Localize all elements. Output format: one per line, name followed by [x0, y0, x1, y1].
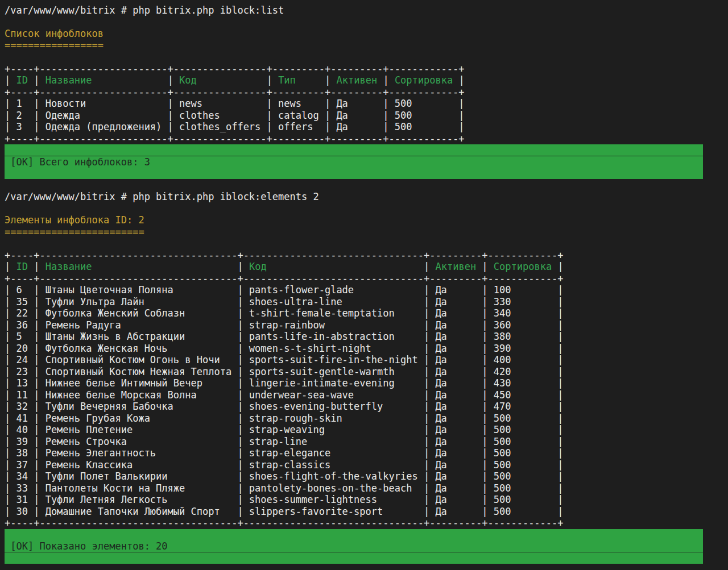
section-underline: ======================== — [5, 226, 144, 238]
table-row-text: | 2 | Одежда | clothes | catalog | Да | … — [5, 110, 465, 121]
banner-padding-bottom — [5, 168, 703, 179]
table-row-text: | 38 | Ремень Элегантность | strap-elega… — [5, 447, 564, 459]
banner-padding-bottom — [5, 552, 703, 564]
table-border-top: +----+----------------------------------… — [5, 249, 564, 261]
table-column-separator: | — [168, 74, 173, 86]
section-title-line: Элементы инфоблока ID: 2 — [5, 214, 728, 226]
table-row: | 2 | Одежда | clothes | catalog | Да | … — [5, 110, 728, 122]
blank-line — [5, 16, 728, 28]
banner-message: [OK] Показано элементов: 20 — [5, 540, 703, 552]
table-column-separator: | — [383, 74, 388, 86]
shell-command: /var/www/www/bitrix # php bitrix.php ibl… — [5, 191, 319, 202]
table-column-separator: | — [5, 74, 10, 86]
command-line: /var/www/www/bitrix # php bitrix.php ibl… — [5, 5, 728, 16]
banner-padding-top — [5, 529, 703, 540]
table-row-text: | 39 | Ремень Строчка | strap-line | Да … — [5, 436, 564, 447]
table-border: +----+----------------------------------… — [5, 273, 728, 285]
section-title-line: Список инфоблоков — [5, 28, 728, 40]
table-row: | 11 | Нижнее белье Морская Волна | unde… — [5, 389, 728, 401]
table-row: | 6 | Штаны Цветочная Поляна | pants-flo… — [5, 284, 728, 296]
table-row-text: | 31 | Туфли Летняя Легкость | shoes-sum… — [5, 494, 564, 505]
table-border-top: +----+----------------------+-----------… — [5, 63, 465, 74]
table-column-separator: | — [482, 261, 487, 272]
table-row: | 32 | Туфли Вечерняя Бабочка | shoes-ev… — [5, 401, 728, 413]
table-row-text: | 1 | Новости | news | news | Да | 500 | — [5, 98, 465, 109]
table-row: | 31 | Туфли Летняя Легкость | shoes-sum… — [5, 494, 728, 506]
banner-message: [OK] Всего инфоблоков: 3 — [5, 156, 703, 168]
table-row: | 3 | Одежда (предложения) | clothes_off… — [5, 121, 728, 133]
table-border-bottom: +----+----------------------------------… — [5, 517, 564, 529]
table-border: +----+----------------------+-----------… — [5, 63, 728, 75]
table-row-text: | 35 | Туфли Ультра Лайн | shoes-ultra-l… — [5, 296, 564, 307]
table-row: | 37 | Ремень Классика | strap-classics … — [5, 459, 728, 471]
blank-line — [5, 51, 728, 63]
table-border: +----+----------------------+-----------… — [5, 86, 728, 98]
section-underline-line: ======================== — [5, 226, 728, 238]
table-row-text: | 34 | Туфли Полет Валькирии | shoes-fli… — [5, 471, 564, 482]
table-row: | 33 | Пантолеты Кости на Пляже | pantol… — [5, 482, 728, 494]
table-column-header: Активен — [330, 74, 383, 86]
table-column-header: Код — [173, 74, 267, 86]
table-row: | 39 | Ремень Строчка | strap-line | Да … — [5, 436, 728, 448]
section-underline: ================= — [5, 40, 104, 51]
banner-line — [5, 144, 728, 156]
table-row-text: | 41 | Ремень Грубая Кожа | strap-rough-… — [5, 413, 564, 424]
table-border: +----+----------------------+-----------… — [5, 133, 728, 145]
table-row: | 36 | Ремень Радуга | strap-rainbow | Д… — [5, 319, 728, 331]
table-row: | 34 | Туфли Полет Валькирии | shoes-fli… — [5, 471, 728, 482]
blank-line — [5, 203, 728, 215]
table-row: | 23 | Спортивный Костюм Нежная Теплота … — [5, 366, 728, 378]
table-row: | 1 | Новости | news | news | Да | 500 | — [5, 98, 728, 110]
table-row-text: | 40 | Ремень Плетение | strap-weaving |… — [5, 424, 564, 435]
table-row-text: | 24 | Спортивный Костюм Огонь в Ночи | … — [5, 354, 564, 365]
table-border: +----+----------------------------------… — [5, 249, 728, 261]
terminal[interactable]: /var/www/www/bitrix # php bitrix.php ibl… — [0, 0, 728, 570]
table-row-text: | 13 | Нижнее белье Интимный Вечер | lin… — [5, 377, 564, 389]
table-row-text: | 22 | Футболка Женский Соблазн | t-shir… — [5, 307, 564, 319]
table-row: | 38 | Ремень Элегантность | strap-elega… — [5, 447, 728, 459]
table-column-separator: | — [5, 261, 10, 272]
banner-line — [5, 529, 728, 541]
blank-line — [5, 180, 728, 192]
banner-line: [OK] Всего инфоблоков: 3 — [5, 156, 728, 168]
table-column-header: Сортировка — [389, 74, 459, 86]
command-line: /var/www/www/bitrix # php bitrix.php ibl… — [5, 191, 728, 203]
table-row: | 41 | Ремень Грубая Кожа | strap-rough-… — [5, 413, 728, 425]
table-row-text: | 5 | Штаны Жизнь в Абстракции | pants-l… — [5, 331, 564, 342]
table-column-separator: | — [424, 261, 429, 272]
section-title: Элементы инфоблока ID: 2 — [5, 214, 144, 226]
table-column-separator: | — [557, 261, 563, 272]
table-row-text: | 3 | Одежда (предложения) | clothes_off… — [5, 121, 465, 132]
table-column-header: Сортировка — [488, 261, 558, 272]
table-column-header: ID — [10, 261, 34, 272]
banner-line — [5, 168, 728, 180]
table-row-text: | 11 | Нижнее белье Морская Волна | unde… — [5, 389, 564, 401]
table-row-text: | 36 | Ремень Радуга | strap-rainbow | Д… — [5, 319, 564, 331]
table-column-header: Активен — [429, 261, 482, 272]
table-column-header: Код — [243, 261, 424, 272]
table-row: | 20 | Футболка Женская Ночь | women-s-t… — [5, 343, 728, 355]
table-row-text: | 30 | Домашние Тапочки Любимый Спорт | … — [5, 506, 564, 517]
banner-line: [OK] Показано элементов: 20 — [5, 540, 728, 552]
table-row: | 24 | Спортивный Костюм Огонь в Ночи | … — [5, 354, 728, 366]
section-title: Список инфоблоков — [5, 28, 104, 39]
table-border-middle: +----+----------------------------------… — [5, 273, 564, 284]
table-column-separator: | — [325, 74, 330, 86]
table-column-separator: | — [237, 261, 243, 272]
blank-line — [5, 238, 728, 249]
table-row-text: | 37 | Ремень Классика | strap-classics … — [5, 459, 564, 471]
table-column-separator: | — [34, 74, 39, 86]
table-row-text: | 33 | Пантолеты Кости на Пляже | pantol… — [5, 482, 564, 494]
table-border: +----+----------------------------------… — [5, 517, 728, 529]
table-row: | 22 | Футболка Женский Соблазн | t-shir… — [5, 307, 728, 319]
table-column-header: Название — [39, 74, 167, 86]
table-row-text: | 23 | Спортивный Костюм Нежная Теплота … — [5, 366, 564, 377]
section-underline-line: ================= — [5, 40, 728, 52]
table-row-text: | 32 | Туфли Вечерняя Бабочка | shoes-ev… — [5, 401, 564, 412]
table-row: | 40 | Ремень Плетение | strap-weaving |… — [5, 424, 728, 436]
table-row-text: | 20 | Футболка Женская Ночь | women-s-t… — [5, 343, 564, 354]
table-column-separator: | — [267, 74, 272, 86]
table-border-bottom: +----+----------------------+-----------… — [5, 133, 465, 144]
table-border-middle: +----+----------------------+-----------… — [5, 86, 465, 98]
table-row: | 30 | Домашние Тапочки Любимый Спорт | … — [5, 506, 728, 518]
